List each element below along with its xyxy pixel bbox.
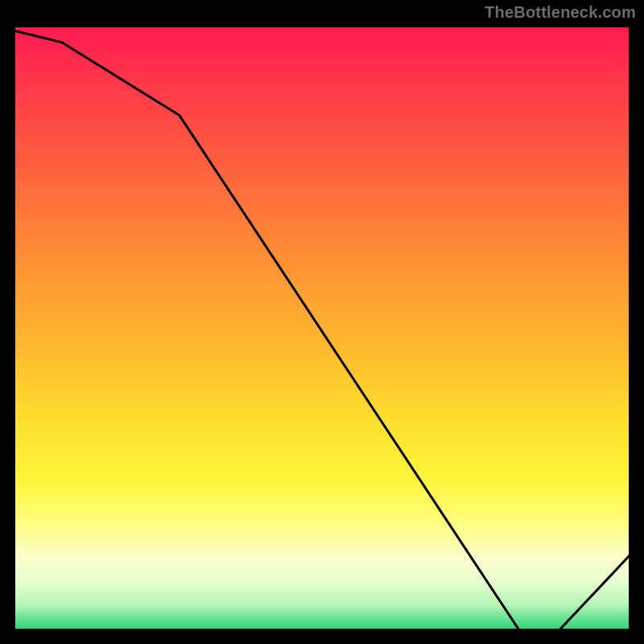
series-line <box>12 24 632 632</box>
plot-frame <box>12 24 632 632</box>
chart-stage: TheBottleneck.com <box>0 0 644 644</box>
watermark-text: TheBottleneck.com <box>485 3 636 22</box>
